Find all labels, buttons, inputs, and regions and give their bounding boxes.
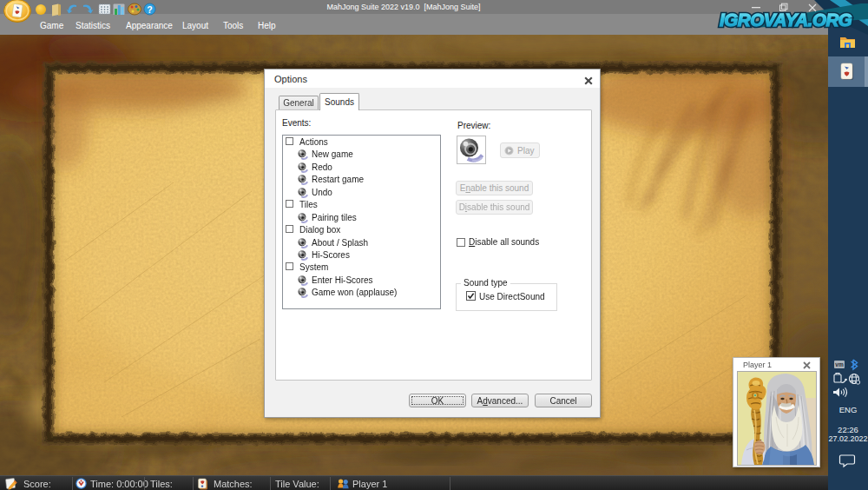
- svg-text:vm: vm: [835, 361, 844, 368]
- svg-text:?: ?: [147, 4, 152, 15]
